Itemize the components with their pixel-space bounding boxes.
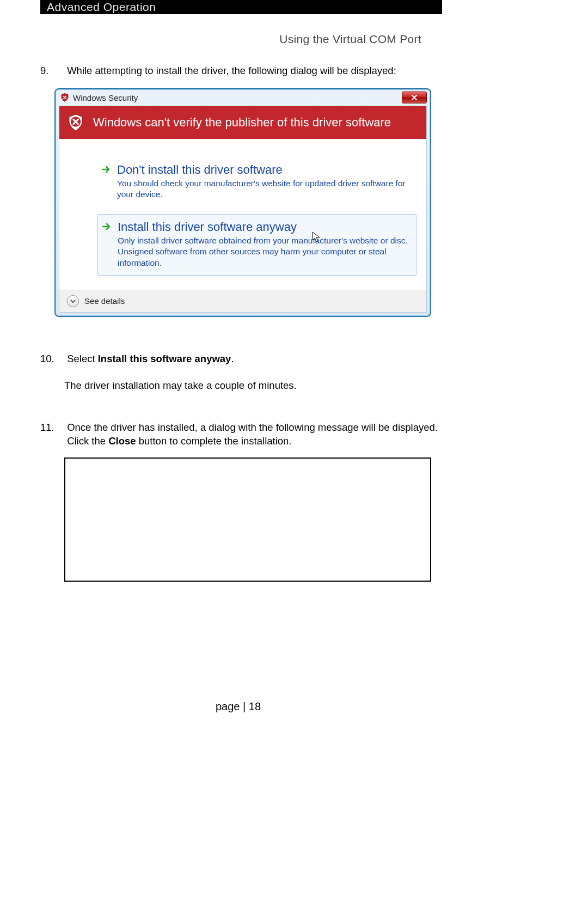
step-11: 11. Once the driver has installed, a dia… bbox=[40, 421, 443, 448]
chapter-header: Advanced Operation bbox=[40, 0, 442, 14]
step-number: 11. bbox=[40, 421, 64, 435]
warning-banner: Windows can't verify the publisher of th… bbox=[59, 106, 426, 139]
shield-big-icon bbox=[66, 113, 85, 132]
page-footer: page | 18 bbox=[0, 700, 588, 713]
step-text: Once the driver has installed, a dialog … bbox=[67, 421, 443, 448]
step-number: 10. bbox=[40, 352, 64, 366]
option-title: Don't install this driver software bbox=[117, 163, 409, 177]
arrow-right-icon bbox=[101, 221, 112, 232]
step-number: 9. bbox=[40, 64, 64, 78]
dialog-choices: Don't install this driver software You s… bbox=[59, 139, 426, 290]
dialog-body: Windows can't verify the publisher of th… bbox=[59, 106, 427, 313]
option-install-anyway[interactable]: Install this driver software anyway Only… bbox=[97, 214, 416, 275]
step-text: Select Install this software anyway. bbox=[67, 352, 443, 366]
option-dont-install[interactable]: Don't install this driver software You s… bbox=[97, 157, 416, 206]
step-10: 10. Select Install this software anyway. bbox=[40, 352, 443, 366]
dialog-title: Windows Security bbox=[73, 93, 138, 102]
section-subtitle: Using the Virtual COM Port bbox=[40, 33, 421, 46]
option-desc: Only install driver software obtained fr… bbox=[118, 235, 408, 268]
chevron-down-icon bbox=[67, 295, 79, 307]
option-title: Install this driver software anyway bbox=[118, 220, 408, 234]
windows-security-dialog: Windows Security Windows can't verify th… bbox=[54, 88, 431, 317]
close-button[interactable] bbox=[402, 91, 427, 103]
step-text: While attempting to install the driver, … bbox=[67, 64, 443, 78]
see-details-bar[interactable]: See details bbox=[59, 290, 426, 312]
shield-x-icon bbox=[60, 93, 70, 102]
cursor-icon bbox=[311, 231, 321, 243]
warning-text: Windows can't verify the publisher of th… bbox=[93, 115, 391, 130]
see-details-label: See details bbox=[84, 296, 125, 306]
step-10-line2: The driver installation may take a coupl… bbox=[40, 379, 443, 393]
arrow-right-icon bbox=[101, 164, 112, 175]
step-9: 9. While attempting to install the drive… bbox=[40, 64, 443, 78]
option-desc: You should check your manufacturer's web… bbox=[117, 178, 409, 200]
close-icon bbox=[411, 94, 418, 101]
dialog-titlebar: Windows Security bbox=[56, 89, 430, 106]
figure-placeholder bbox=[64, 457, 431, 582]
